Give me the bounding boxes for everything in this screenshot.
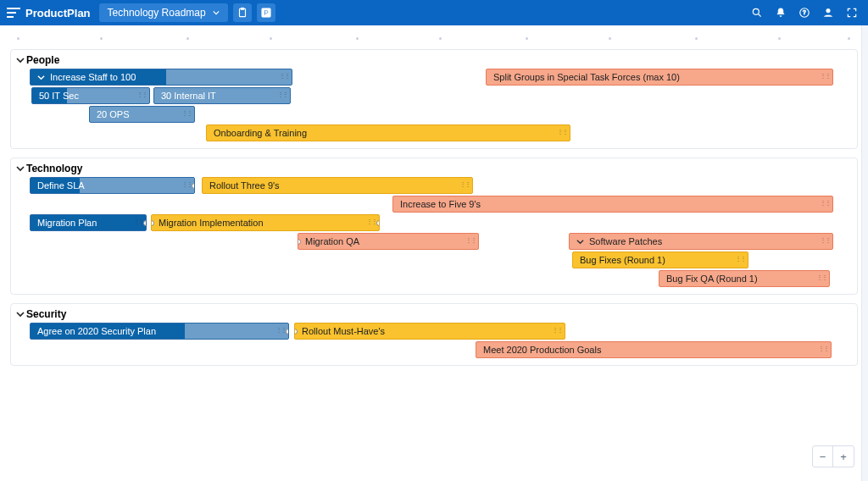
task-bar[interactable]: 50 IT Sec⋮⋮ bbox=[31, 87, 150, 104]
timeline-tick bbox=[186, 37, 189, 40]
bar-label: Migration Implementation bbox=[159, 218, 264, 228]
drag-grip-icon[interactable]: ⋮⋮ bbox=[465, 236, 476, 244]
account-button[interactable] bbox=[819, 3, 837, 22]
dependency-out-icon[interactable] bbox=[376, 220, 380, 226]
lane-header[interactable]: Technology bbox=[11, 158, 857, 177]
lane-header[interactable]: Security bbox=[11, 304, 857, 323]
dependency-out-icon[interactable] bbox=[286, 329, 289, 334]
task-bar[interactable]: Migration QA⋮⋮ bbox=[298, 233, 479, 250]
timeline-tick bbox=[526, 37, 528, 40]
svg-text:P: P bbox=[264, 9, 269, 17]
drag-grip-icon[interactable]: ⋮⋮ bbox=[181, 180, 192, 188]
lane-title: Technology bbox=[26, 163, 82, 174]
bar-label: 50 IT Sec bbox=[39, 91, 79, 101]
drag-grip-icon[interactable]: ⋮⋮ bbox=[820, 72, 830, 80]
timeline-ruler bbox=[0, 25, 868, 46]
timeline-tick bbox=[17, 37, 19, 40]
chevron-down-icon bbox=[37, 74, 45, 81]
task-bar[interactable]: Onboarding & Training⋮⋮ bbox=[206, 124, 570, 141]
user-icon bbox=[822, 7, 834, 19]
group-bar[interactable]: Increase Staff to 100⋮⋮ bbox=[30, 69, 292, 86]
bar-label: Define SLA bbox=[37, 180, 85, 191]
bar-label: Migration Plan bbox=[37, 218, 97, 228]
timeline-tick bbox=[778, 37, 781, 40]
bar-label: Increase to Five 9's bbox=[400, 199, 481, 209]
svg-text:?: ? bbox=[803, 9, 806, 15]
drag-grip-icon[interactable]: ⋮⋮ bbox=[816, 274, 826, 281]
dependency-in-icon[interactable] bbox=[151, 220, 154, 226]
caret-down-icon bbox=[213, 9, 220, 16]
roadmap-canvas[interactable]: PeopleIncrease Staff to 100⋮⋮Split Group… bbox=[0, 25, 868, 481]
dependency-out-icon[interactable] bbox=[143, 220, 147, 226]
timeline-tick bbox=[439, 37, 442, 40]
chevron-down-icon bbox=[16, 310, 25, 318]
dependency-out-icon[interactable] bbox=[192, 183, 195, 189]
parking-button[interactable]: P bbox=[257, 3, 275, 22]
bar-label: Rollout Must-Have's bbox=[302, 326, 385, 336]
task-bar[interactable]: 20 OPS⋮⋮ bbox=[89, 106, 195, 123]
task-bar[interactable]: Bug Fixes (Round 1)⋮⋮ bbox=[572, 252, 748, 268]
dependency-in-icon[interactable] bbox=[294, 329, 298, 334]
drag-grip-icon[interactable]: ⋮⋮ bbox=[557, 128, 567, 135]
lane-header[interactable]: People bbox=[11, 50, 857, 69]
dependency-in-icon[interactable] bbox=[298, 239, 301, 245]
drag-grip-icon[interactable]: ⋮⋮ bbox=[279, 72, 289, 80]
task-bar[interactable]: 30 Internal IT⋮⋮ bbox=[153, 87, 291, 104]
timeline-row: Increase Staff to 100⋮⋮Split Groups in S… bbox=[11, 69, 857, 87]
group-bar[interactable]: Software Patches⋮⋮ bbox=[569, 233, 833, 250]
bell-icon bbox=[775, 7, 787, 19]
svg-line-5 bbox=[759, 14, 761, 17]
bar-label: Split Groups in Special Task Forces (max… bbox=[493, 72, 680, 82]
drag-grip-icon[interactable]: ⋮⋮ bbox=[818, 345, 828, 352]
task-bar[interactable]: Agree on 2020 Security Plan⋮⋮ bbox=[30, 323, 289, 340]
task-bar[interactable]: Increase to Five 9's⋮⋮ bbox=[392, 196, 833, 213]
task-bar[interactable]: Bug Fix QA (Round 1)⋮⋮ bbox=[659, 270, 830, 287]
task-bar[interactable]: Define SLA⋮⋮ bbox=[30, 177, 195, 194]
drag-grip-icon[interactable]: ⋮⋮ bbox=[133, 218, 143, 225]
brand-icon bbox=[7, 8, 20, 18]
drag-grip-icon[interactable]: ⋮⋮ bbox=[820, 199, 830, 207]
timeline-tick bbox=[848, 37, 850, 40]
drag-grip-icon[interactable]: ⋮⋮ bbox=[552, 326, 562, 334]
drag-grip-icon[interactable]: ⋮⋮ bbox=[820, 236, 830, 244]
drag-grip-icon[interactable]: ⋮⋮ bbox=[459, 180, 470, 188]
timeline-row: 20 OPS⋮⋮ bbox=[11, 106, 857, 124]
chevron-down-icon bbox=[16, 56, 25, 64]
drag-grip-icon[interactable]: ⋮⋮ bbox=[277, 91, 287, 98]
task-bar[interactable]: Meet 2020 Production Goals⋮⋮ bbox=[476, 341, 832, 358]
zoom-in-button[interactable]: + bbox=[833, 446, 854, 467]
clipboard-icon bbox=[236, 7, 248, 19]
bar-label: Meet 2020 Production Goals bbox=[483, 345, 601, 355]
drag-grip-icon[interactable]: ⋮⋮ bbox=[366, 218, 376, 225]
svg-point-4 bbox=[753, 8, 759, 14]
timeline-row: Migration QA⋮⋮Software Patches⋮⋮ bbox=[11, 233, 857, 252]
swimlane: SecurityAgree on 2020 Security Plan⋮⋮Rol… bbox=[10, 303, 858, 366]
task-bar[interactable]: Migration Plan⋮⋮ bbox=[30, 214, 147, 231]
drag-grip-icon[interactable]: ⋮⋮ bbox=[136, 91, 147, 98]
brand: ProductPlan bbox=[7, 7, 91, 19]
task-bar[interactable]: Rollout Must-Have's⋮⋮ bbox=[294, 323, 565, 340]
bar-label: 30 Internal IT bbox=[161, 91, 216, 101]
swimlane: PeopleIncrease Staff to 100⋮⋮Split Group… bbox=[10, 49, 858, 149]
task-bar[interactable]: Rollout Three 9's⋮⋮ bbox=[202, 177, 473, 194]
help-icon: ? bbox=[798, 7, 810, 19]
search-button[interactable] bbox=[748, 3, 766, 22]
timeline-tick bbox=[695, 37, 698, 40]
scrollbar-track[interactable] bbox=[861, 25, 868, 481]
bar-label: Rollout Three 9's bbox=[209, 180, 280, 191]
help-button[interactable]: ? bbox=[795, 3, 814, 22]
clipboard-button[interactable] bbox=[233, 3, 252, 22]
notifications-button[interactable] bbox=[771, 3, 790, 22]
fullscreen-button[interactable] bbox=[843, 3, 861, 22]
task-bar[interactable]: Split Groups in Special Task Forces (max… bbox=[486, 69, 833, 86]
timeline-row: Bug Fixes (Round 1)⋮⋮ bbox=[11, 252, 857, 270]
bar-label: Agree on 2020 Security Plan bbox=[37, 326, 156, 336]
drag-grip-icon[interactable]: ⋮⋮ bbox=[735, 255, 745, 263]
drag-grip-icon[interactable]: ⋮⋮ bbox=[275, 326, 286, 334]
zoom-out-button[interactable]: − bbox=[813, 446, 833, 467]
task-bar[interactable]: Migration Implementation⋮⋮ bbox=[151, 214, 380, 231]
bar-label: Onboarding & Training bbox=[214, 128, 307, 138]
drag-grip-icon[interactable]: ⋮⋮ bbox=[181, 109, 192, 117]
lane-title: Security bbox=[26, 308, 66, 320]
roadmap-selector[interactable]: Technology Roadmap bbox=[99, 3, 228, 22]
